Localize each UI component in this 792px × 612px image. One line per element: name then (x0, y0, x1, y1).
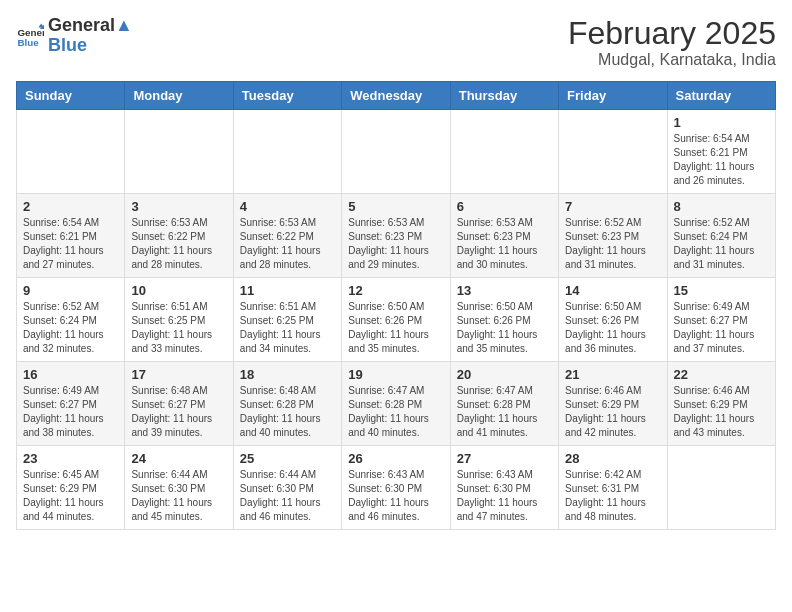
day-number: 19 (348, 367, 443, 382)
day-info: Sunrise: 6:46 AM Sunset: 6:29 PM Dayligh… (565, 384, 660, 440)
weekday-header-thursday: Thursday (450, 82, 558, 110)
month-title: February 2025 (568, 16, 776, 51)
calendar-week-2: 2Sunrise: 6:54 AM Sunset: 6:21 PM Daylig… (17, 194, 776, 278)
logo-blue-text: Blue (48, 36, 133, 56)
calendar-cell: 14Sunrise: 6:50 AM Sunset: 6:26 PM Dayli… (559, 278, 667, 362)
day-number: 10 (131, 283, 226, 298)
day-info: Sunrise: 6:50 AM Sunset: 6:26 PM Dayligh… (348, 300, 443, 356)
weekday-header-saturday: Saturday (667, 82, 775, 110)
day-number: 6 (457, 199, 552, 214)
calendar-cell (559, 110, 667, 194)
calendar-cell: 19Sunrise: 6:47 AM Sunset: 6:28 PM Dayli… (342, 362, 450, 446)
day-number: 12 (348, 283, 443, 298)
day-number: 22 (674, 367, 769, 382)
day-info: Sunrise: 6:53 AM Sunset: 6:22 PM Dayligh… (240, 216, 335, 272)
day-info: Sunrise: 6:52 AM Sunset: 6:24 PM Dayligh… (23, 300, 118, 356)
calendar-cell: 20Sunrise: 6:47 AM Sunset: 6:28 PM Dayli… (450, 362, 558, 446)
day-info: Sunrise: 6:43 AM Sunset: 6:30 PM Dayligh… (348, 468, 443, 524)
calendar-week-5: 23Sunrise: 6:45 AM Sunset: 6:29 PM Dayli… (17, 446, 776, 530)
calendar-cell: 11Sunrise: 6:51 AM Sunset: 6:25 PM Dayli… (233, 278, 341, 362)
calendar-cell: 7Sunrise: 6:52 AM Sunset: 6:23 PM Daylig… (559, 194, 667, 278)
day-number: 14 (565, 283, 660, 298)
calendar-cell: 2Sunrise: 6:54 AM Sunset: 6:21 PM Daylig… (17, 194, 125, 278)
weekday-header-friday: Friday (559, 82, 667, 110)
calendar-cell: 1Sunrise: 6:54 AM Sunset: 6:21 PM Daylig… (667, 110, 775, 194)
day-info: Sunrise: 6:49 AM Sunset: 6:27 PM Dayligh… (674, 300, 769, 356)
day-number: 2 (23, 199, 118, 214)
calendar-cell: 15Sunrise: 6:49 AM Sunset: 6:27 PM Dayli… (667, 278, 775, 362)
weekday-header-wednesday: Wednesday (342, 82, 450, 110)
calendar-week-3: 9Sunrise: 6:52 AM Sunset: 6:24 PM Daylig… (17, 278, 776, 362)
calendar-table: SundayMondayTuesdayWednesdayThursdayFrid… (16, 81, 776, 530)
day-number: 24 (131, 451, 226, 466)
calendar-cell (667, 446, 775, 530)
calendar-cell: 18Sunrise: 6:48 AM Sunset: 6:28 PM Dayli… (233, 362, 341, 446)
day-number: 15 (674, 283, 769, 298)
day-info: Sunrise: 6:52 AM Sunset: 6:24 PM Dayligh… (674, 216, 769, 272)
day-info: Sunrise: 6:53 AM Sunset: 6:23 PM Dayligh… (457, 216, 552, 272)
calendar-cell (342, 110, 450, 194)
day-info: Sunrise: 6:45 AM Sunset: 6:29 PM Dayligh… (23, 468, 118, 524)
day-number: 4 (240, 199, 335, 214)
calendar-cell: 9Sunrise: 6:52 AM Sunset: 6:24 PM Daylig… (17, 278, 125, 362)
day-info: Sunrise: 6:43 AM Sunset: 6:30 PM Dayligh… (457, 468, 552, 524)
calendar-cell: 23Sunrise: 6:45 AM Sunset: 6:29 PM Dayli… (17, 446, 125, 530)
calendar-cell (17, 110, 125, 194)
day-number: 17 (131, 367, 226, 382)
page-header: General Blue General▲ Blue February 2025… (16, 16, 776, 69)
calendar-cell: 5Sunrise: 6:53 AM Sunset: 6:23 PM Daylig… (342, 194, 450, 278)
day-info: Sunrise: 6:47 AM Sunset: 6:28 PM Dayligh… (457, 384, 552, 440)
weekday-header-row: SundayMondayTuesdayWednesdayThursdayFrid… (17, 82, 776, 110)
title-block: February 2025 Mudgal, Karnataka, India (568, 16, 776, 69)
day-number: 11 (240, 283, 335, 298)
calendar-week-4: 16Sunrise: 6:49 AM Sunset: 6:27 PM Dayli… (17, 362, 776, 446)
calendar-cell: 21Sunrise: 6:46 AM Sunset: 6:29 PM Dayli… (559, 362, 667, 446)
day-info: Sunrise: 6:53 AM Sunset: 6:23 PM Dayligh… (348, 216, 443, 272)
day-info: Sunrise: 6:53 AM Sunset: 6:22 PM Dayligh… (131, 216, 226, 272)
day-info: Sunrise: 6:51 AM Sunset: 6:25 PM Dayligh… (131, 300, 226, 356)
calendar-cell: 12Sunrise: 6:50 AM Sunset: 6:26 PM Dayli… (342, 278, 450, 362)
day-info: Sunrise: 6:51 AM Sunset: 6:25 PM Dayligh… (240, 300, 335, 356)
day-number: 7 (565, 199, 660, 214)
day-number: 18 (240, 367, 335, 382)
calendar-cell: 4Sunrise: 6:53 AM Sunset: 6:22 PM Daylig… (233, 194, 341, 278)
day-number: 1 (674, 115, 769, 130)
logo-general-text: General▲ (48, 16, 133, 36)
calendar-cell: 22Sunrise: 6:46 AM Sunset: 6:29 PM Dayli… (667, 362, 775, 446)
calendar-cell: 28Sunrise: 6:42 AM Sunset: 6:31 PM Dayli… (559, 446, 667, 530)
weekday-header-monday: Monday (125, 82, 233, 110)
day-number: 3 (131, 199, 226, 214)
calendar-cell (450, 110, 558, 194)
logo-icon: General Blue (16, 22, 44, 50)
weekday-header-tuesday: Tuesday (233, 82, 341, 110)
day-number: 26 (348, 451, 443, 466)
calendar-cell (233, 110, 341, 194)
day-info: Sunrise: 6:44 AM Sunset: 6:30 PM Dayligh… (131, 468, 226, 524)
calendar-cell: 8Sunrise: 6:52 AM Sunset: 6:24 PM Daylig… (667, 194, 775, 278)
calendar-cell: 13Sunrise: 6:50 AM Sunset: 6:26 PM Dayli… (450, 278, 558, 362)
calendar-cell: 16Sunrise: 6:49 AM Sunset: 6:27 PM Dayli… (17, 362, 125, 446)
day-number: 13 (457, 283, 552, 298)
calendar-cell: 10Sunrise: 6:51 AM Sunset: 6:25 PM Dayli… (125, 278, 233, 362)
calendar-cell (125, 110, 233, 194)
weekday-header-sunday: Sunday (17, 82, 125, 110)
calendar-week-1: 1Sunrise: 6:54 AM Sunset: 6:21 PM Daylig… (17, 110, 776, 194)
logo: General Blue General▲ Blue (16, 16, 133, 56)
location-title: Mudgal, Karnataka, India (568, 51, 776, 69)
day-info: Sunrise: 6:52 AM Sunset: 6:23 PM Dayligh… (565, 216, 660, 272)
day-number: 25 (240, 451, 335, 466)
day-number: 20 (457, 367, 552, 382)
day-info: Sunrise: 6:48 AM Sunset: 6:27 PM Dayligh… (131, 384, 226, 440)
day-info: Sunrise: 6:50 AM Sunset: 6:26 PM Dayligh… (565, 300, 660, 356)
day-info: Sunrise: 6:42 AM Sunset: 6:31 PM Dayligh… (565, 468, 660, 524)
day-info: Sunrise: 6:54 AM Sunset: 6:21 PM Dayligh… (674, 132, 769, 188)
calendar-cell: 27Sunrise: 6:43 AM Sunset: 6:30 PM Dayli… (450, 446, 558, 530)
svg-text:Blue: Blue (17, 37, 39, 48)
day-info: Sunrise: 6:48 AM Sunset: 6:28 PM Dayligh… (240, 384, 335, 440)
day-info: Sunrise: 6:49 AM Sunset: 6:27 PM Dayligh… (23, 384, 118, 440)
day-number: 16 (23, 367, 118, 382)
day-info: Sunrise: 6:44 AM Sunset: 6:30 PM Dayligh… (240, 468, 335, 524)
day-number: 9 (23, 283, 118, 298)
calendar-cell: 3Sunrise: 6:53 AM Sunset: 6:22 PM Daylig… (125, 194, 233, 278)
day-number: 5 (348, 199, 443, 214)
